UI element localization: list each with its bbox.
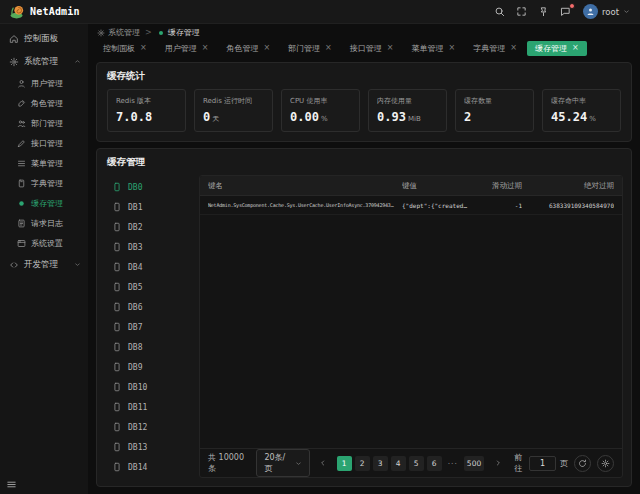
brand[interactable]: NetAdmin xyxy=(10,4,80,19)
db-item[interactable]: DB9 xyxy=(99,357,199,377)
page-button[interactable]: 6 xyxy=(427,456,442,471)
tab[interactable]: 用户管理× xyxy=(157,41,217,56)
sidebar-item[interactable]: 请求日志 xyxy=(0,213,88,233)
stat-card-value: 2 xyxy=(464,110,525,124)
page-button[interactable]: 4 xyxy=(391,456,406,471)
sidebar-item[interactable]: 控制面板 xyxy=(0,27,88,50)
table-header: 键名 键值 滑动过期 绝对过期 xyxy=(200,176,622,196)
stats-panel: 缓存统计 Redis 版本7.0.8Redis 运行时间0天CPU 使用率0.0… xyxy=(96,62,632,142)
message-icon[interactable] xyxy=(560,6,571,17)
settings-icon xyxy=(17,239,26,248)
goto-page: 前往 页 xyxy=(514,452,568,474)
sidebar-item[interactable]: 系统设置 xyxy=(0,233,88,253)
page-button[interactable]: 500 xyxy=(464,456,484,471)
db-item[interactable]: DB1 xyxy=(99,197,199,217)
chevron-left-icon xyxy=(319,459,327,467)
next-page-button[interactable] xyxy=(490,456,505,471)
sidebar-item-label: 字典管理 xyxy=(31,178,63,189)
page-button[interactable]: 3 xyxy=(373,456,388,471)
sidebar-item[interactable]: 角色管理 xyxy=(0,93,88,113)
log-icon xyxy=(17,219,26,228)
db-icon xyxy=(112,182,122,192)
db-item[interactable]: DB15 xyxy=(99,477,199,478)
table-settings-button[interactable] xyxy=(597,455,614,472)
db-label: DB11 xyxy=(128,403,147,412)
refresh-icon xyxy=(578,459,587,468)
db-list: DB0DB1DB2DB3DB4DB5DB6DB7DB8DB9DB10DB11DB… xyxy=(99,175,199,478)
close-icon[interactable]: × xyxy=(387,44,394,52)
tab[interactable]: 接口管理× xyxy=(342,41,402,56)
breadcrumb-item[interactable]: 系统管理 xyxy=(97,27,140,38)
sidebar-item[interactable]: 开发管理 xyxy=(0,253,88,276)
close-icon[interactable]: × xyxy=(202,44,209,52)
db-label: DB8 xyxy=(128,343,142,352)
pencil-icon xyxy=(17,139,26,148)
db-item[interactable]: DB5 xyxy=(99,277,199,297)
db-item[interactable]: DB12 xyxy=(99,417,199,437)
db-icon xyxy=(112,402,122,412)
more-pages-button[interactable]: ··· xyxy=(445,456,461,471)
close-icon[interactable]: × xyxy=(572,44,579,52)
sidebar-item-label: 缓存管理 xyxy=(31,198,63,209)
close-icon[interactable]: × xyxy=(449,44,456,52)
sidebar: 控制面板系统管理用户管理角色管理部门管理接口管理菜单管理字典管理缓存管理请求日志… xyxy=(0,24,88,494)
avatar xyxy=(583,4,598,19)
sidebar-item[interactable]: 系统管理 xyxy=(0,50,88,73)
column-key: 键名 xyxy=(208,181,402,191)
sidebar-item[interactable]: 字典管理 xyxy=(0,173,88,193)
page-button[interactable]: 2 xyxy=(355,456,370,471)
db-item[interactable]: DB8 xyxy=(99,337,199,357)
db-item[interactable]: DB11 xyxy=(99,397,199,417)
db-label: DB4 xyxy=(128,263,142,272)
sidebar-item[interactable]: 部门管理 xyxy=(0,113,88,133)
fullscreen-icon[interactable] xyxy=(516,6,527,17)
db-icon xyxy=(112,342,122,352)
db-item[interactable]: DB13 xyxy=(99,437,199,457)
user-icon xyxy=(17,79,26,88)
role-icon xyxy=(17,99,26,108)
sidebar-item-label: 控制面板 xyxy=(24,33,58,45)
page-size-select[interactable]: 20条/页 xyxy=(256,449,309,477)
db-item[interactable]: DB7 xyxy=(99,317,199,337)
sidebar-item[interactable]: 用户管理 xyxy=(0,73,88,93)
sidebar-item[interactable]: 接口管理 xyxy=(0,133,88,153)
user-menu[interactable]: root xyxy=(583,4,630,19)
db-item[interactable]: DB0 xyxy=(99,177,199,197)
tab[interactable]: 菜单管理× xyxy=(404,41,464,56)
close-icon[interactable]: × xyxy=(140,44,147,52)
close-icon[interactable]: × xyxy=(263,44,270,52)
tab[interactable]: 角色管理× xyxy=(218,41,278,56)
tab[interactable]: 字典管理× xyxy=(465,41,525,56)
tab-label: 部门管理 xyxy=(288,43,320,54)
menu-icon xyxy=(17,159,26,168)
tab[interactable]: 控制面板× xyxy=(95,41,155,56)
close-icon[interactable]: × xyxy=(325,44,332,52)
close-icon[interactable]: × xyxy=(510,44,517,52)
db-item[interactable]: DB6 xyxy=(99,297,199,317)
pin-icon[interactable] xyxy=(538,6,549,17)
sidebar-collapse-icon[interactable] xyxy=(6,479,17,490)
sidebar-item[interactable]: 缓存管理 xyxy=(0,193,88,213)
sidebar-item-label: 用户管理 xyxy=(31,78,63,89)
tab[interactable]: 部门管理× xyxy=(280,41,340,56)
db-icon xyxy=(112,302,122,312)
refresh-button[interactable] xyxy=(574,455,591,472)
tab[interactable]: 缓存管理× xyxy=(527,41,587,56)
stat-card-unit: % xyxy=(589,115,596,123)
table-row[interactable]: NetAdmin.SysComponent.Cache.Sys.UserCach… xyxy=(200,196,622,215)
cache-table: 键名 键值 滑动过期 绝对过期 NetAdmin.SysComponent.Ca… xyxy=(199,175,623,478)
goto-page-input[interactable] xyxy=(529,456,556,471)
db-item[interactable]: DB10 xyxy=(99,377,199,397)
db-item[interactable]: DB2 xyxy=(99,217,199,237)
db-item[interactable]: DB3 xyxy=(99,237,199,257)
prev-page-button[interactable] xyxy=(316,456,331,471)
sidebar-item[interactable]: 菜单管理 xyxy=(0,153,88,173)
db-item[interactable]: DB4 xyxy=(99,257,199,277)
db-item[interactable]: DB14 xyxy=(99,457,199,477)
page-list: 123456···500 xyxy=(337,456,484,471)
chevron-down-icon xyxy=(295,460,302,467)
search-icon[interactable] xyxy=(494,6,505,17)
page-button[interactable]: 5 xyxy=(409,456,424,471)
stat-card-value: 0天 xyxy=(203,110,264,124)
page-button[interactable]: 1 xyxy=(337,456,352,471)
